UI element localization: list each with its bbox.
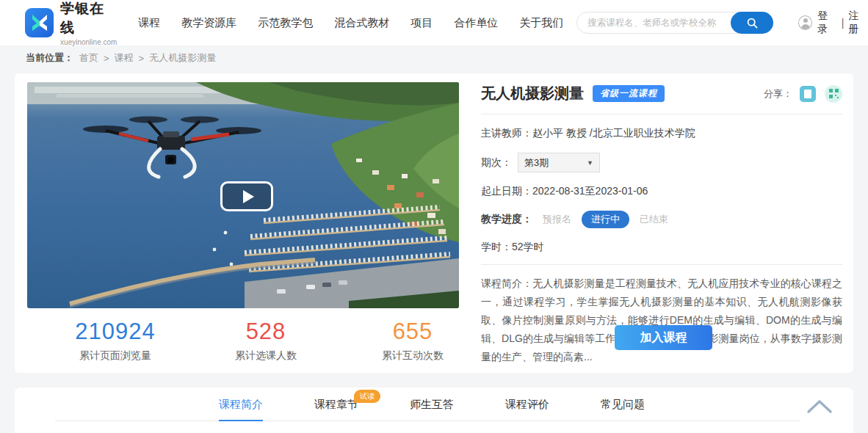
top-navigation-bar: 学银在线 xueyinonline.com 课程 教学资源库 示范教学包 混合式… [0,0,868,46]
nav-item-courses[interactable]: 课程 [138,16,160,30]
hours-row: 学时： 52学时 [481,241,842,254]
tabs-divider [55,421,800,421]
stat-label-1: 累计选课人数 [185,349,347,363]
course-level-badge: 省级一流课程 [593,85,665,102]
breadcrumb-courses[interactable]: 课程 [115,51,134,65]
date-value: 2022-08-31至2023-01-06 [532,185,648,198]
search-button[interactable] [731,12,773,34]
intro-label: 课程简介： [481,277,532,289]
progress-state-1: 进行中 [582,211,629,228]
play-icon [243,190,254,203]
intro-divider [481,264,842,265]
teacher-value: 赵小平 教授 /北京工业职业技术学院 [532,127,695,140]
breadcrumb-separator: > [139,53,145,64]
auth-area: 登录 | 注册 [798,10,868,36]
term-label: 期次： [481,156,512,170]
stat-interactions: 655 累计互动次数 [332,319,493,363]
stat-page-views: 210924 累计页面浏览量 [35,319,196,363]
main-nav: 课程 教学资源库 示范教学包 混合式教材 项目 合作单位 关于我们 [138,16,563,30]
breadcrumb: 当前位置： 首页 > 课程 > 无人机摄影测量 [0,46,868,70]
stats-row: 210924 累计页面浏览量 528 累计选课人数 655 累计互动次数 加入课… [27,319,842,365]
play-button[interactable] [220,181,273,211]
nav-item-about-us[interactable]: 关于我们 [519,16,563,30]
site-logo[interactable]: 学银在线 xueyinonline.com [25,0,117,46]
course-card: 无人机摄影测量 省级一流课程 分享： 主讲教师： 赵小平 教 [15,73,853,373]
avatar-icon[interactable] [798,15,812,30]
hours-value: 52学时 [512,241,544,254]
nav-item-partners[interactable]: 合作单位 [454,16,498,30]
progress-state-2: 已结束 [640,213,668,226]
breadcrumb-label: 当前位置： [26,51,73,65]
logo-domain: xueyinonline.com [60,38,117,46]
breadcrumb-home[interactable]: 首页 [79,51,98,65]
teacher-label: 主讲教师： [481,127,532,140]
search-icon [747,18,758,29]
tab-2[interactable]: 师生互答 [410,398,454,412]
tab-4[interactable]: 常见问题 [601,398,645,412]
stat-value-0: 210924 [35,319,196,345]
chevron-up-icon [806,398,833,414]
logo-x-icon [25,8,54,37]
share-qrcode-icon[interactable] [825,85,842,103]
stat-label-2: 累计互动次数 [332,349,493,363]
course-title: 无人机摄影测量 [481,84,584,103]
term-row: 期次： 第3期 ▼ [481,153,842,172]
stat-value-2: 655 [332,319,493,345]
hours-label: 学时： [481,241,512,254]
nav-item-blended-textbooks[interactable]: 混合式教材 [334,16,389,30]
course-tabs-card: 课程简介 课程章节 试读 师生互答 课程评价 常见问题 [15,387,853,433]
logo-title: 学银在线 [60,0,117,37]
course-video-thumbnail[interactable] [27,82,459,308]
join-course-button[interactable]: 加入课程 [615,325,712,350]
stat-value-1: 528 [185,319,347,345]
back-to-top-button[interactable] [806,398,833,417]
teacher-row: 主讲教师： 赵小平 教授 /北京工业职业技术学院 [481,127,842,140]
tab-1-label: 课程章节 [314,398,358,410]
title-divider [481,114,842,114]
term-selected-value: 第3期 [524,156,549,170]
breadcrumb-current: 无人机摄影测量 [149,51,216,65]
date-label: 起止日期： [481,185,532,198]
nav-item-demo-packages[interactable]: 示范教学包 [258,16,313,30]
dropdown-caret-icon: ▼ [587,159,593,167]
stat-enrolled: 528 累计选课人数 [185,319,347,363]
share-doc-icon[interactable] [800,86,816,102]
term-select[interactable]: 第3期 ▼ [518,153,600,172]
course-tabs: 课程简介 课程章节 试读 师生互答 课程评价 常见问题 [219,398,645,412]
register-link[interactable]: 注册 [848,10,868,36]
progress-row: 教学进度： 预报名 进行中 已结束 [481,211,842,228]
search-bar [576,12,773,34]
login-link[interactable]: 登录 [817,10,837,36]
stat-label-0: 累计页面浏览量 [35,349,196,363]
share-label: 分享： [764,87,792,101]
nav-item-projects[interactable]: 项目 [411,16,433,30]
progress-state-0: 预报名 [543,213,571,226]
progress-label: 教学进度： [481,213,532,226]
nav-item-resource-library[interactable]: 教学资源库 [181,16,236,30]
date-row: 起止日期： 2022-08-31至2023-01-06 [481,185,842,198]
tab-3[interactable]: 课程评价 [505,398,549,412]
active-tab-indicator [219,420,263,421]
auth-divider: | [842,17,845,29]
tab-1[interactable]: 课程章节 试读 [314,398,358,412]
trial-badge: 试读 [354,390,380,403]
breadcrumb-separator: > [104,53,109,64]
tab-0[interactable]: 课程简介 [219,398,263,412]
